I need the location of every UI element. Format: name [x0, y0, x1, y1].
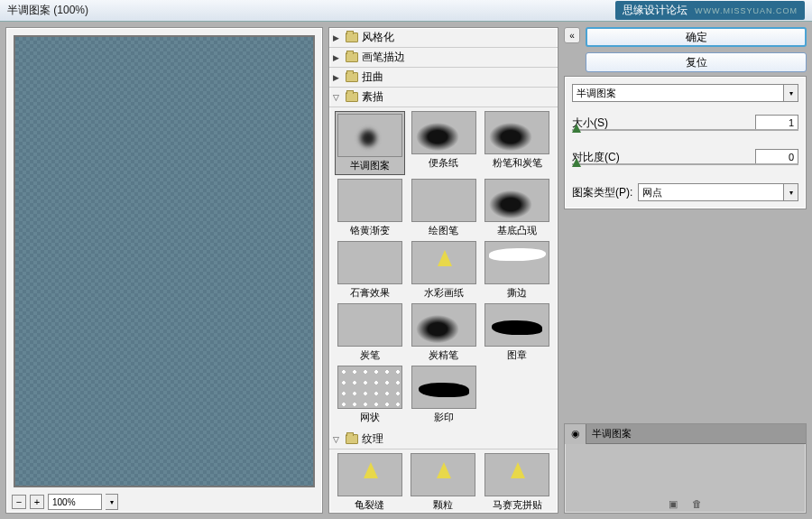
thumb-photocopy[interactable]: 影印 — [409, 366, 479, 424]
thumb-torn-edges[interactable]: 撕边 — [483, 241, 553, 300]
pattern-type-dropdown[interactable]: 网点 ▾ — [638, 183, 798, 201]
filter-gallery: ▶风格化 ▶画笔描边 ▶扭曲 ▽素描 半调图案 便条纸 粉笔和炭笔 铬黄渐变 绘… — [328, 27, 558, 514]
layer-name: 半调图案 — [586, 427, 637, 440]
pattern-type-label: 图案类型(P): — [572, 185, 632, 200]
chevron-right-icon: ▶ — [333, 33, 342, 42]
folder-icon — [346, 72, 358, 82]
thumb-mosaic[interactable]: 马赛克拼贴 — [482, 453, 552, 512]
right-column: « 确定 复位 半调图案 ▾ 大小(S) — [564, 27, 807, 514]
chevron-right-icon: ▶ — [333, 73, 342, 82]
effect-layers: ◉ 半调图案 ▣ 🗑 — [564, 423, 807, 514]
thumb-craquelure[interactable]: 龟裂缝 — [335, 453, 405, 512]
eye-icon[interactable]: ◉ — [565, 424, 586, 444]
chevron-down-icon: ▽ — [333, 435, 342, 444]
thumb-grain[interactable]: 颗粒 — [409, 453, 479, 512]
thumb-halftone[interactable]: 半调图案 — [335, 111, 405, 175]
folder-icon — [346, 434, 358, 444]
chevron-down-icon: ▽ — [333, 93, 342, 102]
folder-icon — [346, 92, 358, 102]
chevron-right-icon: ▶ — [333, 53, 342, 62]
chevron-down-icon: ▾ — [783, 85, 798, 101]
new-layer-icon[interactable]: ▣ — [669, 498, 678, 510]
window-title: 半调图案 (100%) — [7, 3, 88, 18]
layer-row[interactable]: ◉ 半调图案 — [565, 424, 806, 444]
thumb-reticulation[interactable]: 网状 — [335, 366, 405, 424]
titlebar: 半调图案 (100%) 思缘设计论坛 WWW.MISSYUAN.COM — [0, 0, 812, 22]
collapse-button[interactable]: « — [564, 27, 580, 43]
zoom-field[interactable] — [48, 494, 102, 510]
zoom-in-button[interactable]: + — [30, 495, 44, 509]
zoom-out-button[interactable]: − — [12, 495, 26, 509]
ok-button[interactable]: 确定 — [586, 27, 807, 47]
thumb-chalk[interactable]: 粉笔和炭笔 — [483, 111, 553, 175]
category-stylize[interactable]: ▶风格化 — [329, 28, 558, 48]
preview-pane: − + ▾ — [5, 27, 323, 514]
category-brush[interactable]: ▶画笔描边 — [329, 48, 558, 68]
thumb-charcoal[interactable]: 炭笔 — [335, 303, 405, 362]
filter-dropdown[interactable]: 半调图案 ▾ — [572, 84, 798, 102]
reset-button[interactable]: 复位 — [586, 52, 807, 72]
zoom-dropdown[interactable]: ▾ — [106, 494, 118, 510]
forum-name: 思缘设计论坛 — [623, 3, 687, 18]
category-distort[interactable]: ▶扭曲 — [329, 68, 558, 88]
folder-icon — [346, 32, 358, 42]
size-slider[interactable] — [572, 124, 798, 136]
folder-icon — [346, 52, 358, 62]
sketch-thumbs: 半调图案 便条纸 粉笔和炭笔 铬黄渐变 绘图笔 基底凸现 石膏效果 水彩画纸 撕… — [329, 107, 558, 430]
thumb-bas-relief[interactable]: 基底凸现 — [483, 179, 553, 237]
chevron-down-icon: ▾ — [783, 184, 798, 200]
thumb-conte[interactable]: 炭精笔 — [409, 303, 479, 362]
thumb-water-paper[interactable]: 水彩画纸 — [409, 241, 479, 300]
filter-settings: 半调图案 ▾ 大小(S) 对比度(C) — [564, 76, 807, 209]
category-sketch[interactable]: ▽素描 — [329, 88, 558, 107]
thumb-chrome[interactable]: 铬黄渐变 — [335, 179, 405, 237]
texture-thumbs: 龟裂缝 颗粒 马赛克拼贴 — [329, 449, 558, 513]
category-texture[interactable]: ▽纹理 — [329, 430, 558, 449]
forum-url: WWW.MISSYUAN.COM — [695, 6, 798, 15]
thumb-stamp[interactable]: 图章 — [483, 303, 553, 362]
preview-canvas[interactable] — [14, 35, 315, 487]
thumb-notepaper[interactable]: 便条纸 — [409, 111, 479, 175]
thumb-graphic-pen[interactable]: 绘图笔 — [409, 179, 479, 237]
contrast-slider[interactable] — [572, 158, 798, 171]
delete-layer-icon[interactable]: 🗑 — [692, 498, 702, 509]
thumb-plaster[interactable]: 石膏效果 — [335, 241, 405, 300]
